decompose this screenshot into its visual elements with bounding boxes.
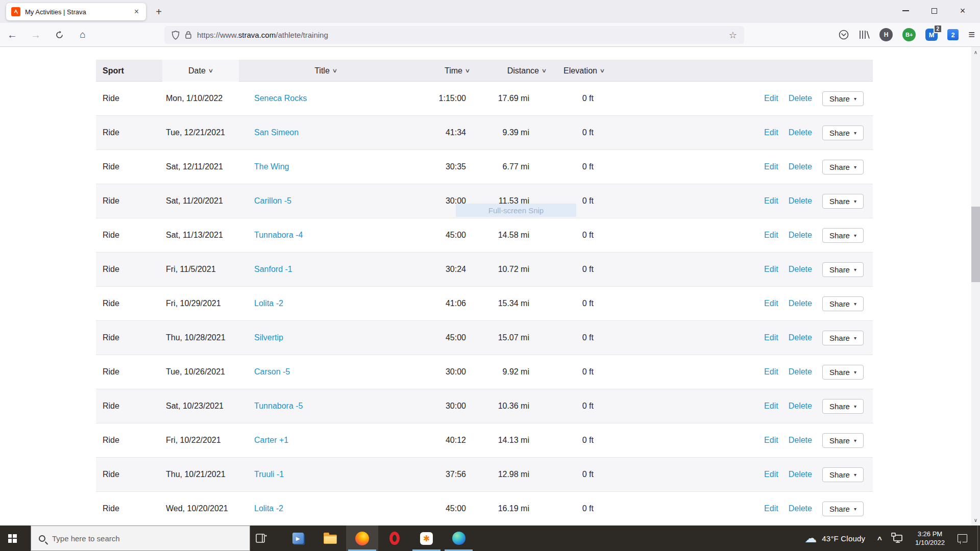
activity-title-link[interactable]: Lolita -2	[254, 299, 283, 308]
edit-link[interactable]: Edit	[764, 402, 778, 411]
close-tab-icon[interactable]: ×	[132, 7, 141, 17]
share-button[interactable]: Share▾	[822, 433, 864, 448]
activity-title-link[interactable]: Carson -5	[254, 367, 290, 376]
delete-link[interactable]: Delete	[789, 94, 812, 103]
task-view-button[interactable]	[249, 525, 274, 551]
library-icon[interactable]	[859, 30, 870, 40]
share-button[interactable]: Share▾	[822, 331, 864, 345]
scroll-up-arrow-icon[interactable]: ∧	[971, 48, 980, 57]
extension-h-icon[interactable]: H	[879, 28, 893, 41]
network-icon[interactable]	[891, 533, 903, 544]
movies-tv-app-button[interactable]: ▶	[282, 525, 314, 551]
activity-title-link[interactable]: Carter +1	[254, 436, 288, 444]
shield-icon[interactable]	[172, 31, 180, 40]
share-button[interactable]: Share▾	[822, 262, 864, 277]
column-header[interactable]: Elevation∨	[550, 60, 607, 82]
scroll-down-arrow-icon[interactable]: ∨	[971, 516, 980, 524]
show-desktop-button[interactable]	[977, 525, 980, 551]
delete-link[interactable]: Delete	[789, 436, 812, 445]
delete-link[interactable]: Delete	[789, 162, 812, 171]
delete-link[interactable]: Delete	[789, 231, 812, 240]
opera-app-button[interactable]	[378, 525, 410, 551]
forward-button[interactable]: →	[28, 27, 44, 43]
edit-link[interactable]: Edit	[764, 94, 778, 103]
file-explorer-app-button[interactable]	[314, 525, 346, 551]
reload-button[interactable]	[51, 27, 67, 43]
page-scrollbar[interactable]: ∧ ∨	[971, 47, 980, 525]
hamburger-menu-icon[interactable]: ≡	[968, 28, 975, 41]
delete-link[interactable]: Delete	[789, 402, 812, 411]
share-button[interactable]: Share▾	[822, 502, 864, 516]
avast-app-button[interactable]: ✱	[410, 525, 443, 551]
scrollbar-thumb[interactable]	[971, 207, 980, 282]
delete-link[interactable]: Delete	[789, 504, 812, 513]
home-button[interactable]: ⌂	[75, 27, 91, 43]
share-button[interactable]: Share▾	[822, 126, 864, 140]
minimize-button[interactable]	[891, 0, 920, 21]
edit-link[interactable]: Edit	[764, 470, 778, 479]
edge-app-button[interactable]	[443, 525, 475, 551]
column-header[interactable]: Date∨	[162, 60, 239, 82]
activity-title-link[interactable]: Silvertip	[254, 333, 283, 342]
delete-link[interactable]: Delete	[789, 128, 812, 137]
activity-title-link[interactable]: Seneca Rocks	[254, 94, 307, 103]
edit-link[interactable]: Edit	[764, 333, 778, 342]
edit-link[interactable]: Edit	[764, 265, 778, 274]
restore-button[interactable]	[920, 0, 948, 21]
edit-link[interactable]: Edit	[764, 299, 778, 308]
delete-link[interactable]: Delete	[789, 265, 812, 274]
back-button[interactable]: ←	[4, 27, 20, 43]
column-header[interactable]: Sport	[96, 60, 162, 82]
activity-title-link[interactable]: Truuli -1	[254, 470, 284, 479]
share-button[interactable]: Share▾	[822, 228, 864, 243]
edit-link[interactable]: Edit	[764, 231, 778, 240]
edit-link[interactable]: Edit	[764, 196, 778, 206]
url-bar[interactable]: https://www.strava.com/athlete/training …	[164, 26, 744, 44]
edit-link[interactable]: Edit	[764, 162, 778, 171]
column-header[interactable]: Title∨	[239, 60, 412, 82]
activity-title-link[interactable]: San Simeon	[254, 128, 299, 137]
taskbar-clock[interactable]: 3:26 PM1/10/2022	[912, 530, 948, 547]
edit-link[interactable]: Edit	[764, 128, 778, 137]
column-header[interactable]: Time∨	[412, 60, 486, 82]
delete-link[interactable]: Delete	[789, 367, 812, 377]
activity-title-link[interactable]: Carillon -5	[254, 196, 291, 205]
activity-title-link[interactable]: Lolita -2	[254, 504, 283, 513]
delete-link[interactable]: Delete	[789, 470, 812, 479]
bookmark-star-icon[interactable]: ☆	[729, 30, 737, 41]
share-button[interactable]: Share▾	[822, 160, 864, 174]
tray-chevron-up-icon[interactable]: ∧	[876, 535, 883, 542]
share-button[interactable]: Share▾	[822, 91, 864, 106]
extension-2-icon[interactable]: 2	[947, 29, 959, 40]
pocket-icon[interactable]	[839, 30, 849, 40]
browser-tab[interactable]: My Activities | Strava ×	[6, 3, 146, 20]
start-button[interactable]	[0, 525, 24, 551]
edit-link[interactable]: Edit	[764, 436, 778, 445]
malwarebytes-extension-icon[interactable]: M2	[925, 29, 938, 41]
activity-title-link[interactable]: Tunnabora -4	[254, 231, 303, 239]
close-button[interactable]: ×	[948, 0, 977, 21]
delete-link[interactable]: Delete	[789, 299, 812, 308]
taskbar-search-box[interactable]	[31, 525, 250, 551]
share-button[interactable]: Share▾	[822, 365, 864, 380]
edit-link[interactable]: Edit	[764, 367, 778, 377]
edit-link[interactable]: Edit	[764, 504, 778, 513]
url-text[interactable]: https://www.strava.com/athlete/training	[197, 31, 328, 39]
lock-icon[interactable]	[185, 31, 192, 39]
share-button[interactable]: Share▾	[822, 467, 864, 482]
new-tab-button[interactable]: +	[151, 5, 166, 19]
activity-title-link[interactable]: Tunnabora -5	[254, 402, 303, 410]
activity-title-link[interactable]: Sanford -1	[254, 265, 292, 273]
weather-cloud-icon[interactable]: ☁	[804, 531, 817, 545]
firefox-app-button[interactable]	[346, 525, 378, 551]
weather-text[interactable]: 43°F Cloudy	[822, 534, 865, 543]
search-input[interactable]	[52, 534, 226, 543]
action-center-icon[interactable]	[958, 534, 967, 542]
activity-title-link[interactable]: The Wing	[254, 162, 289, 171]
share-button[interactable]: Share▾	[822, 296, 864, 311]
column-header[interactable]: Distance∨	[486, 60, 550, 82]
share-button[interactable]: Share▾	[822, 194, 864, 209]
delete-link[interactable]: Delete	[789, 333, 812, 342]
delete-link[interactable]: Delete	[789, 196, 812, 206]
extension-bplus-icon[interactable]: B+	[902, 28, 916, 41]
